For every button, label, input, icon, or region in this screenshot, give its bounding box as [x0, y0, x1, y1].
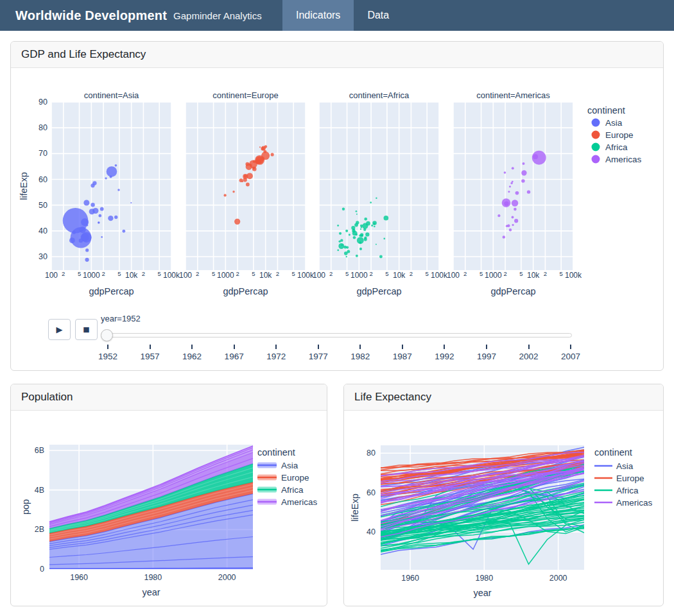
x-tick-label: 1000 [217, 271, 234, 280]
x-tick-label: 2000 [218, 573, 236, 582]
navbar: Worldwide Development Gapminder Analytic… [0, 0, 674, 31]
x-axis-title: gdpPercap [89, 286, 134, 296]
slider-tick-mark [444, 345, 445, 349]
svg-text:Asia: Asia [605, 118, 623, 128]
x-tick-label: 1000 [350, 271, 368, 280]
y-tick-label: 60 [367, 488, 376, 497]
legend-entry-asia[interactable]: Asia [592, 118, 623, 128]
slider-tick-label: 1997 [477, 352, 496, 361]
svg-text:Europe: Europe [281, 473, 309, 483]
facet-panel [319, 102, 439, 270]
legend-entry-europe[interactable]: Europe [257, 473, 309, 483]
legend-entry-americas[interactable]: Americas [592, 155, 642, 164]
year-slider-ticks: 1952195719621967197219771982198719921997… [11, 343, 663, 369]
x-axis-title: year [142, 587, 160, 597]
facet-title: continent=Africa [349, 90, 410, 100]
stop-icon: ■ [83, 325, 89, 334]
x-tick-label: 1980 [475, 574, 493, 583]
slider-tick-mark [107, 345, 108, 349]
slider-tick-label: 1972 [266, 352, 286, 361]
legend-title: continent [587, 105, 625, 116]
x-tick-label: 2 [463, 270, 467, 277]
y-tick-label: 50 [39, 201, 48, 210]
y-tick-label: 70 [39, 149, 48, 158]
x-tick-label: 2 [276, 270, 279, 277]
facet-title: continent=Europe [212, 90, 278, 100]
x-tick-label: 5 [480, 270, 483, 277]
legend-entry-africa[interactable]: Africa [257, 485, 304, 495]
x-tick-label: 10k [259, 271, 272, 280]
x-tick-label: 5 [252, 270, 255, 277]
x-tick-label: 1000 [83, 271, 100, 280]
x-tick-label: 5 [426, 270, 429, 277]
x-tick-label: 5 [78, 270, 81, 277]
x-tick-label: 2 [62, 270, 65, 277]
slider-tick-label: 1962 [182, 352, 202, 361]
facet-panel [186, 102, 306, 270]
svg-text:Americas: Americas [605, 155, 642, 164]
x-tick-label: 5 [560, 270, 563, 277]
legend-entry-asia[interactable]: Asia [594, 461, 634, 471]
slider-tick-mark [528, 345, 530, 349]
x-tick-label: 100k [565, 271, 582, 280]
life-expectancy-card: Life Expectancy 406080196019802000lifeEx… [343, 384, 664, 606]
facet-panel [453, 102, 573, 270]
slider-tick-label: 1967 [225, 352, 244, 361]
legend-entry-africa[interactable]: Africa [592, 142, 628, 152]
x-tick-label: 5 [292, 270, 295, 277]
legend-entry-africa[interactable]: Africa [594, 486, 639, 495]
population-card: Population 02B4B6B196019802000popyearcon… [10, 384, 327, 606]
x-tick-label: 2 [142, 270, 145, 277]
x-tick-label: 5 [385, 270, 388, 277]
legend-entry-asia[interactable]: Asia [257, 461, 298, 470]
population-card-title: Population [11, 384, 327, 411]
slider-tick-label: 1987 [393, 352, 412, 361]
svg-text:Asia: Asia [281, 461, 298, 470]
x-tick-label: 1000 [485, 271, 502, 280]
x-tick-label: 5 [212, 270, 215, 277]
tab-data[interactable]: Data [354, 0, 402, 31]
play-icon: ▶ [56, 325, 63, 334]
x-tick-label: 5 [519, 270, 523, 277]
x-tick-label: 10k [527, 271, 540, 280]
x-tick-label: 2 [236, 270, 239, 277]
x-tick-label: 1980 [144, 573, 162, 582]
legend-entry-americas[interactable]: Americas [594, 498, 653, 508]
year-slider-track[interactable] [106, 333, 572, 338]
slider-tick-label: 1957 [141, 352, 160, 361]
y-tick-label: 90 [39, 98, 48, 107]
y-tick-label: 6B [35, 446, 44, 455]
legend-entry-europe[interactable]: Europe [594, 474, 644, 483]
slider-tick-mark [150, 345, 151, 349]
svg-text:Africa: Africa [605, 142, 628, 152]
x-axis-title: gdpPercap [356, 286, 401, 296]
app-title: Worldwide Development [15, 8, 167, 23]
year-slider-handle[interactable] [101, 329, 113, 341]
x-axis-title: year [473, 588, 491, 598]
y-tick-label: 40 [367, 527, 376, 536]
svg-text:Europe: Europe [616, 474, 644, 483]
app-subtitle: Gapminder Analytics [173, 10, 262, 21]
stop-button[interactable]: ■ [75, 319, 98, 340]
x-tick-label: 100k [431, 271, 448, 280]
legend-entry-europe[interactable]: Europe [592, 130, 634, 140]
slider-tick-mark [402, 345, 403, 349]
legend-entry-americas[interactable]: Americas [257, 497, 318, 507]
x-tick-label: 1960 [401, 574, 419, 583]
x-tick-label: 100 [179, 271, 192, 280]
y-axis-title: pop [21, 499, 31, 515]
x-tick-label: 2 [503, 270, 506, 277]
nav-tabs: Indicators Data [282, 0, 402, 31]
x-tick-label: 2 [544, 270, 547, 277]
x-tick-label: 5 [345, 270, 349, 277]
x-tick-label: 5 [158, 270, 161, 277]
x-tick-label: 5 [117, 270, 121, 277]
svg-text:Africa: Africa [616, 486, 639, 495]
slider-tick-mark [234, 345, 235, 349]
tab-indicators[interactable]: Indicators [282, 0, 354, 31]
play-button[interactable]: ▶ [48, 319, 71, 340]
facet-title: continent=Americas [476, 90, 550, 100]
facet-title: continent=Asia [84, 90, 139, 100]
slider-tick-mark [570, 345, 571, 349]
slider-tick-mark [359, 345, 361, 349]
